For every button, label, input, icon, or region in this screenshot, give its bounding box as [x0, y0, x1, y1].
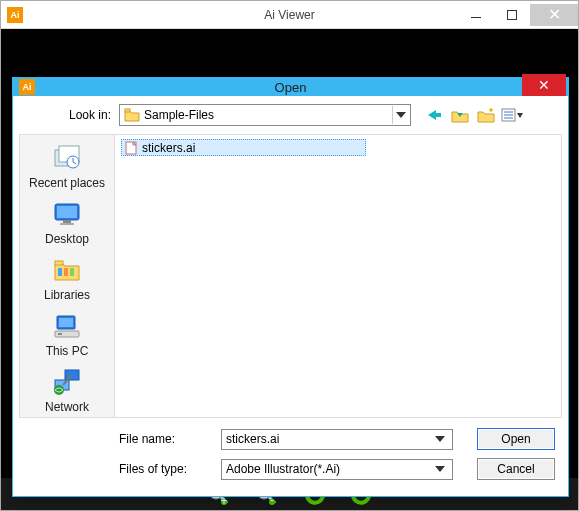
main-area: Recent places Desktop Libr: [19, 134, 562, 418]
sidebar-item-label: Recent places: [29, 176, 105, 190]
sidebar-item-label: Network: [45, 400, 89, 414]
chevron-down-icon[interactable]: [432, 460, 448, 478]
chevron-down-icon[interactable]: [392, 106, 408, 124]
svg-rect-19: [60, 223, 74, 225]
ai-file-icon: [124, 141, 138, 155]
filetype-label: Files of type:: [119, 462, 221, 476]
filename-value: stickers.ai: [226, 432, 432, 446]
open-dialog: Ai Open ✕ Look in: Sample-Files: [12, 77, 569, 497]
dialog-app-icon: Ai: [19, 79, 35, 95]
file-list[interactable]: stickers.ai: [115, 134, 562, 418]
main-titlebar[interactable]: Ai Ai Viewer ✕: [1, 1, 578, 29]
svg-rect-27: [58, 333, 62, 335]
svg-rect-20: [55, 261, 63, 265]
dialog-title: Open: [275, 80, 307, 95]
up-folder-icon[interactable]: [451, 106, 469, 124]
recent-places-icon: [51, 142, 83, 174]
sidebar-item-recent[interactable]: Recent places: [23, 139, 111, 193]
close-button[interactable]: ✕: [530, 4, 578, 26]
sidebar-item-network[interactable]: Network: [23, 363, 111, 417]
app-icon: Ai: [7, 7, 23, 23]
network-icon: [51, 366, 83, 398]
nav-icon-group: [425, 106, 521, 124]
main-window-title: Ai Viewer: [264, 8, 314, 22]
minimize-button[interactable]: [458, 4, 494, 26]
sidebar-item-thispc[interactable]: This PC: [23, 307, 111, 361]
dialog-titlebar[interactable]: Ai Open ✕: [13, 78, 568, 96]
filetype-select[interactable]: Adobe Illustrator(*.Ai): [221, 459, 453, 480]
dialog-close-button[interactable]: ✕: [522, 74, 566, 96]
main-window: Ai Ai Viewer ✕ + - Ai Op: [0, 0, 579, 511]
folder-icon: [124, 108, 140, 122]
svg-rect-21: [58, 268, 62, 276]
back-icon[interactable]: [425, 106, 443, 124]
svg-rect-18: [63, 220, 71, 223]
svg-rect-22: [64, 268, 68, 276]
svg-rect-8: [125, 109, 130, 112]
desktop-icon: [51, 198, 83, 230]
cancel-button[interactable]: Cancel: [477, 458, 555, 480]
window-controls: ✕: [458, 4, 578, 26]
libraries-icon: [51, 254, 83, 286]
lookin-combo[interactable]: Sample-Files: [119, 104, 411, 126]
chevron-down-icon[interactable]: [432, 430, 448, 448]
lookin-row: Look in: Sample-Files: [19, 102, 562, 128]
filename-row: File name: stickers.ai Open: [119, 426, 556, 452]
new-folder-icon[interactable]: [477, 106, 495, 124]
main-content: + - Ai Open ✕ Look in:: [1, 29, 578, 510]
svg-rect-17: [57, 206, 77, 218]
svg-rect-23: [70, 268, 74, 276]
sidebar-item-label: This PC: [46, 344, 89, 358]
file-item[interactable]: stickers.ai: [121, 139, 366, 156]
dialog-bottom: File name: stickers.ai Open Files of typ…: [19, 418, 562, 486]
sidebar-item-libraries[interactable]: Libraries: [23, 251, 111, 305]
sidebar-item-label: Desktop: [45, 232, 89, 246]
places-sidebar: Recent places Desktop Libr: [19, 134, 115, 418]
file-name: stickers.ai: [142, 141, 195, 155]
sidebar-item-desktop[interactable]: Desktop: [23, 195, 111, 249]
lookin-label: Look in:: [19, 108, 119, 122]
lookin-value: Sample-Files: [144, 108, 392, 122]
thispc-icon: [51, 310, 83, 342]
filetype-value: Adobe Illustrator(*.Ai): [226, 462, 432, 476]
filetype-row: Files of type: Adobe Illustrator(*.Ai) C…: [119, 456, 556, 482]
open-button[interactable]: Open: [477, 428, 555, 450]
view-menu-icon[interactable]: [503, 106, 521, 124]
svg-rect-25: [59, 318, 73, 327]
maximize-button[interactable]: [494, 4, 530, 26]
dialog-body: Look in: Sample-Files: [13, 96, 568, 496]
filename-input[interactable]: stickers.ai: [221, 429, 453, 450]
sidebar-item-label: Libraries: [44, 288, 90, 302]
filename-label: File name:: [119, 432, 221, 446]
